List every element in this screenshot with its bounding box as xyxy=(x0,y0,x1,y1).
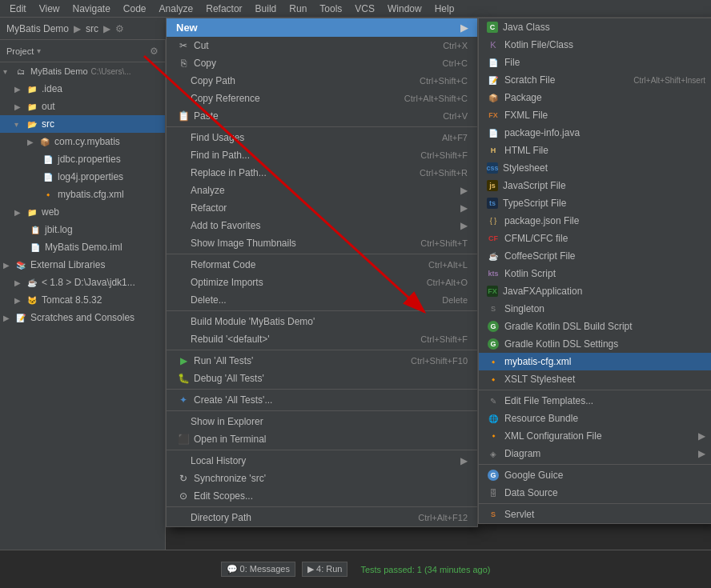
ctx-paste[interactable]: 📋 Paste Ctrl+V xyxy=(167,107,477,125)
menu-tools[interactable]: Tools xyxy=(313,2,348,16)
tree-item-web[interactable]: ▶ 📁 web xyxy=(0,203,165,221)
ctx-local-history[interactable]: Local History ▶ xyxy=(167,452,477,470)
cfml-icon: CF xyxy=(487,232,500,245)
menu-view[interactable]: View xyxy=(33,2,66,16)
project-title: MyBatis Demo xyxy=(6,23,69,34)
sub-mybatis-cfg[interactable]: 🔸 mybatis-cfg.xml xyxy=(479,353,711,370)
menu-code[interactable]: Code xyxy=(117,2,153,16)
sub-coffee[interactable]: ☕ CoffeeScript File xyxy=(479,247,711,265)
run-tab[interactable]: ▶ 4: Run xyxy=(302,562,347,577)
menu-analyze[interactable]: Analyze xyxy=(153,2,200,16)
menu-build[interactable]: Build xyxy=(249,2,283,16)
ctx-run-tests[interactable]: ▶ Run 'All Tests' Ctrl+Shift+F10 xyxy=(167,352,477,370)
tree-item-idea[interactable]: ▶ 📁 .idea xyxy=(0,80,165,98)
ctx-rebuild[interactable]: Rebuild '<default>' Ctrl+Shift+F xyxy=(167,330,477,348)
google-g-icon: G xyxy=(487,469,500,482)
ctx-debug-tests[interactable]: 🐛 Debug 'All Tests' xyxy=(167,370,477,387)
tree-item-ext-libs[interactable]: ▶ 📚 External Libraries xyxy=(0,256,165,274)
sub-google-guice[interactable]: G Google Guice xyxy=(479,466,711,484)
messages-tab-icon: 💬 xyxy=(227,564,238,574)
menu-edit[interactable]: Edit xyxy=(3,2,33,16)
sub-diagram[interactable]: ◈ Diagram ▶ xyxy=(479,445,711,462)
ctx-show-explorer[interactable]: Show in Explorer xyxy=(167,413,477,430)
sub-gradle-build[interactable]: G Gradle Kotlin DSL Build Script xyxy=(479,318,711,335)
ctx-show-thumbnails[interactable]: Show Image Thumbnails Ctrl+Shift+T xyxy=(167,234,477,252)
tree-item-src[interactable]: ▾ 📂 src xyxy=(0,115,165,133)
tree-item-mybatis-demo[interactable]: ▾ 🗂 MyBatis Demo C:\Users\... xyxy=(0,62,165,80)
sub-scratch-file[interactable]: 📝 Scratch File Ctrl+Alt+Shift+Insert xyxy=(479,71,711,89)
ctx-copy[interactable]: ⎘ Copy Ctrl+C xyxy=(167,54,477,72)
ctx-create-tests[interactable]: ✦ Create 'All Tests'... xyxy=(167,391,477,409)
tree-item-scratches[interactable]: ▶ 📝 Scratches and Consoles xyxy=(0,309,165,326)
tree-item-log4j[interactable]: ▶ 📄 log4j.properties xyxy=(0,168,165,186)
tree-item-out[interactable]: ▶ 📁 out xyxy=(0,98,165,115)
sub-file[interactable]: 📄 File xyxy=(479,54,711,71)
xml-icon: 🔸 xyxy=(42,188,54,201)
tree-item-jdbc-props[interactable]: ▶ 📄 jdbc.properties xyxy=(0,150,165,168)
sub-java-class[interactable]: C Java Class xyxy=(479,18,711,36)
sub-package[interactable]: 📦 Package xyxy=(479,89,711,106)
tree-item-jbit-log[interactable]: ▶ 📋 jbit.log xyxy=(0,221,165,238)
sub-servlet[interactable]: S Servlet xyxy=(479,506,711,523)
ctx-build-module[interactable]: Build Module 'MyBatis Demo' xyxy=(167,313,477,330)
ctx-add-favorites[interactable]: Add to Favorites ▶ xyxy=(167,217,477,234)
sub-gradle-settings[interactable]: G Gradle Kotlin DSL Settings xyxy=(479,335,711,353)
sub-singleton[interactable]: S Singleton xyxy=(479,300,711,318)
ctx-open-terminal[interactable]: ⬛ Open in Terminal xyxy=(167,430,477,448)
tree-item-mybatis-xml[interactable]: ▶ 🔸 mybatis.cfg.xml xyxy=(0,186,165,203)
sub-xml-config[interactable]: 🔸 XML Configuration File ▶ xyxy=(479,427,711,445)
tree-item-jdk[interactable]: ▶ ☕ < 1.8 > D:\Java\jdk1... xyxy=(0,274,165,291)
sub-data-source[interactable]: 🗄 Data Source xyxy=(479,484,711,502)
menu-refactor[interactable]: Refactor xyxy=(199,2,248,16)
ctx-reformat[interactable]: Reformat Code Ctrl+Alt+L xyxy=(167,256,477,274)
menu-run[interactable]: Run xyxy=(283,2,313,16)
menu-vcs[interactable]: VCS xyxy=(348,2,381,16)
ctx-delete[interactable]: Delete... Delete xyxy=(167,291,477,309)
ctx-edit-scopes[interactable]: ⊙ Edit Scopes... xyxy=(167,487,477,505)
sub-cfml[interactable]: CF CFML/CFC file xyxy=(479,230,711,247)
sub-kotlin-file[interactable]: K Kotlin File/Class xyxy=(479,36,711,54)
ctx-copy-reference[interactable]: Copy Reference Ctrl+Alt+Shift+C xyxy=(167,90,477,107)
coffee-icon: ☕ xyxy=(487,250,500,262)
sub-stylesheet[interactable]: css Stylesheet xyxy=(479,159,711,177)
ctx-cut[interactable]: ✂ Cut Ctrl+X xyxy=(167,37,477,54)
sidebar-settings-icon[interactable]: ⚙ xyxy=(150,46,159,57)
sub-javafx[interactable]: FX JavaFXApplication xyxy=(479,282,711,300)
sub-edit-templates[interactable]: ✎ Edit File Templates... xyxy=(479,392,711,410)
sub-sep-3 xyxy=(479,503,711,504)
ctx-copy-path[interactable]: Copy Path Ctrl+Shift+C xyxy=(167,72,477,90)
ctx-find-in-path[interactable]: Find in Path... Ctrl+Shift+F xyxy=(167,146,477,164)
sub-package-json[interactable]: { } package.json File xyxy=(479,212,711,230)
ctx-synchronize[interactable]: ↻ Synchronize 'src' xyxy=(167,470,477,487)
sub-xslt[interactable]: 🔸 XSLT Stylesheet xyxy=(479,370,711,388)
project-icon: 🗂 xyxy=(14,65,27,78)
messages-tab[interactable]: 💬 0: Messages xyxy=(221,562,295,577)
ctx-directory-path[interactable]: Directory Path Ctrl+Alt+F12 xyxy=(167,509,477,526)
copy-icon: ⎘ xyxy=(176,58,191,69)
menu-navigate[interactable]: Navigate xyxy=(66,2,116,16)
xslt-icon: 🔸 xyxy=(487,373,500,386)
menu-window[interactable]: Window xyxy=(381,2,428,16)
scratch-icon: 📝 xyxy=(487,74,500,86)
sub-package-info[interactable]: 📄 package-info.java xyxy=(479,124,711,142)
ctx-refactor[interactable]: Refactor ▶ xyxy=(167,199,477,217)
sub-resource-bundle[interactable]: 🌐 Resource Bundle xyxy=(479,410,711,427)
folder-icon: 📁 xyxy=(26,100,38,113)
package-icon: 📦 xyxy=(487,91,500,104)
sub-fxml[interactable]: FX FXML File xyxy=(479,106,711,124)
kotlin-script-icon: kts xyxy=(487,267,500,280)
tree-item-package[interactable]: ▶ 📦 com.cy.mybatis xyxy=(0,133,165,150)
tree-item-iml[interactable]: ▶ 📄 MyBatis Demo.iml xyxy=(0,238,165,256)
ctx-find-usages[interactable]: Find Usages Alt+F7 xyxy=(167,129,477,146)
sub-kotlin-script[interactable]: kts Kotlin Script xyxy=(479,265,711,282)
run-tab-icon: ▶ xyxy=(307,564,314,574)
menu-help[interactable]: Help xyxy=(428,2,461,16)
sub-js[interactable]: js JavaScript File xyxy=(479,177,711,194)
sub-html[interactable]: H HTML File xyxy=(479,142,711,159)
tree-item-tomcat[interactable]: ▶ 🐱 Tomcat 8.5.32 xyxy=(0,291,165,309)
ctx-analyze[interactable]: Analyze ▶ xyxy=(167,182,477,199)
gradle-build-icon: G xyxy=(487,320,500,333)
ctx-replace-in-path[interactable]: Replace in Path... Ctrl+Shift+R xyxy=(167,164,477,182)
sub-ts[interactable]: ts TypeScript File xyxy=(479,194,711,212)
ctx-optimize-imports[interactable]: Optimize Imports Ctrl+Alt+O xyxy=(167,274,477,291)
